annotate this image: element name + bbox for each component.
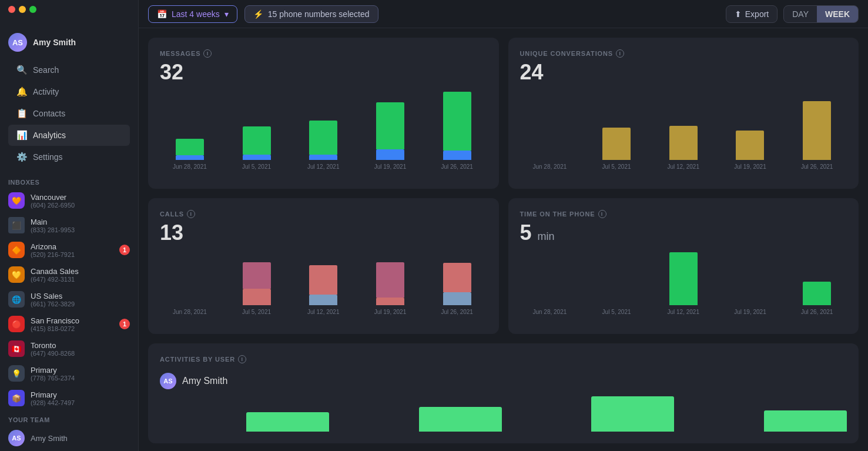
calls-bar-jul12: Jul 12, 2021 bbox=[293, 265, 353, 315]
messages-bars: Jun 28, 2021 Jul 5, 2021 bbox=[160, 92, 487, 182]
unique-conversations-bars: Jun 28, 2021 Jul 5, 2021 Jul 12, 2021 bbox=[520, 92, 847, 182]
day-week-toggle: DAY WEEK bbox=[783, 5, 859, 23]
inbox-info-primary-2: Primary (928) 442-7497 bbox=[31, 390, 130, 406]
sidebar-label-activity: Activity bbox=[33, 87, 59, 96]
bell-icon: 🔔 bbox=[16, 86, 27, 97]
calls-info-icon[interactable]: i bbox=[187, 210, 195, 218]
bar-stack-jul19 bbox=[373, 102, 408, 160]
export-label: Export bbox=[745, 9, 769, 19]
uc-bar-jul5: Jul 5, 2021 bbox=[587, 128, 646, 170]
maximize-button[interactable] bbox=[29, 6, 36, 13]
charts-row-1: MESSAGES i 32 Jun 28, 2021 bbox=[148, 38, 859, 189]
analytics-icon: 📊 bbox=[16, 130, 27, 141]
activities-info-icon[interactable]: i bbox=[238, 355, 246, 363]
messages-label: MESSAGES i bbox=[160, 49, 487, 58]
close-button[interactable] bbox=[8, 6, 15, 13]
numbers-filter-button[interactable]: ⚡ 15 phone numbers selected bbox=[244, 5, 378, 23]
user-profile[interactable]: AS Amy Smith bbox=[8, 28, 130, 59]
inbox-avatar-us-sales: 🌐 bbox=[8, 291, 25, 308]
bar-green-jun28 bbox=[176, 139, 204, 155]
inbox-item-toronto[interactable]: 🇨🇦 Toronto (647) 490-8268 bbox=[0, 336, 138, 361]
team-item-amy[interactable]: AS Amy Smith bbox=[0, 426, 138, 450]
bar-group-jun28: Jun 28, 2021 bbox=[160, 139, 220, 170]
inbox-item-vancouver[interactable]: 🧡 Vancouver (604) 262-6950 bbox=[0, 188, 138, 213]
activity-bars-amy bbox=[160, 396, 847, 432]
inbox-avatar-vancouver: 🧡 bbox=[8, 192, 25, 209]
traffic-lights bbox=[0, 0, 139, 19]
activity-bar-8 bbox=[764, 410, 847, 432]
calls-bar-jul5: Jul 5, 2021 bbox=[227, 262, 287, 315]
bar-stack-jun28 bbox=[172, 139, 207, 160]
inbox-info-main: Main (833) 281-9953 bbox=[31, 218, 130, 233]
bar-blue-jul26 bbox=[443, 151, 471, 160]
messages-value: 32 bbox=[160, 60, 487, 85]
activity-user-row-amy: AS Amy Smith bbox=[160, 373, 847, 389]
sidebar-label-analytics: Analytics bbox=[33, 131, 66, 140]
time-on-phone-value: 5 min bbox=[520, 221, 847, 245]
topbar-right: ⬆ Export DAY WEEK bbox=[726, 5, 859, 23]
main-content: 📅 Last 4 weeks ▾ ⚡ 15 phone numbers sele… bbox=[139, 0, 868, 451]
calls-bar-jul19: Jul 19, 2021 bbox=[360, 262, 420, 315]
time-on-phone-info-icon[interactable]: i bbox=[598, 210, 606, 218]
bar-label-jul19: Jul 19, 2021 bbox=[374, 163, 407, 170]
top-bar-jul5: Jul 5, 2021 bbox=[587, 305, 646, 315]
uc-bar-jul12: Jul 12, 2021 bbox=[653, 126, 713, 170]
top-bar-jun28: Jun 28, 2021 bbox=[520, 305, 580, 315]
inbox-badge-arizona: 1 bbox=[119, 245, 130, 255]
bar-label-jul5: Jul 5, 2021 bbox=[242, 163, 271, 170]
inbox-item-main[interactable]: ⬛ Main (833) 281-9953 bbox=[0, 213, 138, 238]
export-button[interactable]: ⬆ Export bbox=[726, 5, 777, 23]
inbox-avatar-primary-1: 💡 bbox=[8, 365, 25, 382]
team-label: Your team bbox=[0, 410, 138, 426]
contacts-icon: 📋 bbox=[16, 108, 27, 119]
calendar-icon: 📅 bbox=[157, 9, 167, 19]
week-toggle-button[interactable]: WEEK bbox=[817, 6, 858, 22]
bar-label-jul12: Jul 12, 2021 bbox=[307, 163, 340, 170]
uc-bar-jun28: Jun 28, 2021 bbox=[520, 160, 580, 170]
bar-blue-jul12 bbox=[309, 155, 337, 160]
sidebar-item-activity[interactable]: 🔔 Activity bbox=[8, 81, 130, 102]
sidebar-item-search[interactable]: 🔍 Search bbox=[8, 59, 130, 81]
inbox-info-canada-sales: Canada Sales (647) 492-3131 bbox=[31, 267, 130, 283]
activity-bar-2 bbox=[246, 412, 329, 432]
dashboard: MESSAGES i 32 Jun 28, 2021 bbox=[139, 28, 868, 451]
unique-conversations-info-icon[interactable]: i bbox=[616, 49, 624, 58]
inbox-info-san-francisco: San Francisco (415) 818-0272 bbox=[31, 316, 113, 332]
time-on-phone-bars: Jun 28, 2021 Jul 5, 2021 Jul 12, 2021 bbox=[520, 252, 847, 327]
sidebar-item-contacts[interactable]: 📋 Contacts bbox=[8, 103, 130, 124]
bar-green-jul26 bbox=[443, 92, 471, 151]
inbox-item-us-sales[interactable]: 🌐 US Sales (661) 762-3829 bbox=[0, 287, 138, 312]
inbox-item-san-francisco[interactable]: 🔴 San Francisco (415) 818-0272 1 bbox=[0, 312, 138, 336]
uc-bar-jul19: Jul 19, 2021 bbox=[720, 131, 780, 170]
team-avatar-amy: AS bbox=[8, 430, 25, 446]
top-bar-jul19: Jul 19, 2021 bbox=[720, 305, 780, 315]
bar-blue-jul5 bbox=[243, 155, 271, 160]
bar-blue-jul19 bbox=[376, 149, 404, 160]
inbox-info-us-sales: US Sales (661) 762-3829 bbox=[31, 292, 130, 308]
sidebar-label-search: Search bbox=[33, 65, 59, 75]
inbox-item-primary-2[interactable]: 📦 Primary (928) 442-7497 bbox=[0, 386, 138, 410]
inbox-item-arizona[interactable]: 🔶 Arizona (520) 216-7921 1 bbox=[0, 238, 138, 262]
inbox-avatar-san-francisco: 🔴 bbox=[8, 316, 25, 332]
bar-group-jul5: Jul 5, 2021 bbox=[227, 126, 287, 170]
inbox-info-primary-1: Primary (778) 765-2374 bbox=[31, 366, 130, 382]
sidebar-item-settings[interactable]: ⚙️ Settings bbox=[8, 146, 130, 168]
inbox-item-primary-1[interactable]: 💡 Primary (778) 765-2374 bbox=[0, 361, 138, 386]
charts-row-2: CALLS i 13 Jun 28, 2021 Jul 5, 2021 bbox=[148, 198, 859, 334]
unique-conversations-value: 24 bbox=[520, 60, 847, 85]
inbox-avatar-main: ⬛ bbox=[8, 217, 25, 233]
chevron-down-icon: ▾ bbox=[224, 9, 229, 19]
avatar: AS bbox=[8, 33, 27, 52]
bar-group-jul12: Jul 12, 2021 bbox=[293, 121, 353, 170]
messages-info-icon[interactable]: i bbox=[203, 49, 212, 58]
minimize-button[interactable] bbox=[19, 6, 26, 13]
inbox-avatar-primary-2: 📦 bbox=[8, 390, 25, 406]
uc-bar-jul26: Jul 26, 2021 bbox=[787, 101, 847, 170]
sidebar-item-analytics[interactable]: 📊 Analytics bbox=[8, 125, 130, 146]
day-toggle-button[interactable]: DAY bbox=[784, 6, 817, 22]
calls-bars: Jun 28, 2021 Jul 5, 2021 bbox=[160, 252, 487, 327]
sidebar-label-settings: Settings bbox=[33, 152, 63, 162]
activities-section: ACTIVITIES BY USER i AS Amy Smith bbox=[148, 343, 859, 443]
inbox-item-canada-sales[interactable]: 💛 Canada Sales (647) 492-3131 bbox=[0, 262, 138, 287]
date-filter-button[interactable]: 📅 Last 4 weeks ▾ bbox=[148, 5, 237, 23]
